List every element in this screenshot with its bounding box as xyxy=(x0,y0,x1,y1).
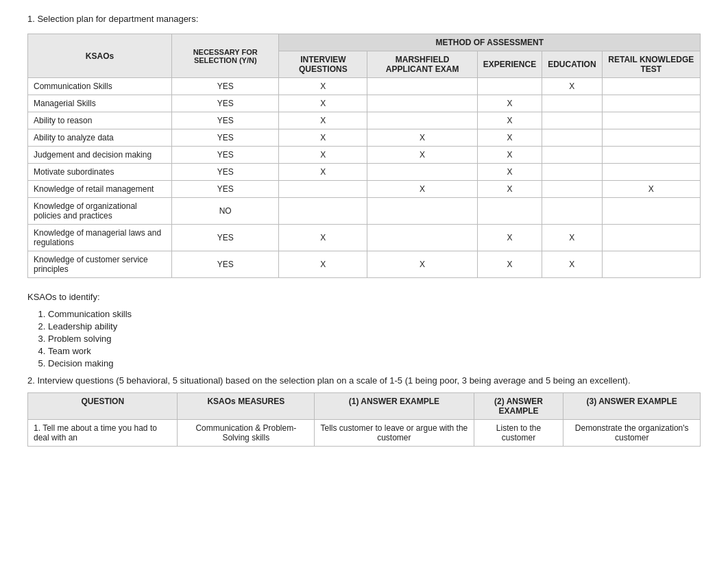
table-cell: Communication & Problem-Solving skills xyxy=(178,420,315,447)
table-cell: X xyxy=(542,251,602,278)
table-cell: X xyxy=(279,95,367,112)
interview-col-question: QUESTION xyxy=(28,393,178,420)
table-cell xyxy=(542,112,602,129)
table-cell: YES xyxy=(172,251,279,278)
list-item: Leadership ability xyxy=(48,321,701,331)
interview-col-answer2: (2) ANSWER EXAMPLE xyxy=(474,393,563,420)
table-cell xyxy=(279,198,367,225)
table-cell xyxy=(542,95,602,112)
table-cell xyxy=(602,198,700,225)
table-row: Ability to reasonYESXX xyxy=(28,112,701,129)
table-row: Knowledge of retail managementYESXXX xyxy=(28,181,701,198)
table-cell xyxy=(602,225,700,251)
table-cell xyxy=(477,78,542,95)
table-cell: X xyxy=(542,225,602,251)
table-row: 1. Tell me about a time you had to deal … xyxy=(28,420,701,447)
table-row: Managerial SkillsYESXX xyxy=(28,95,701,112)
table-cell: X xyxy=(367,181,477,198)
table-cell xyxy=(542,129,602,147)
col-necessary-header: NECESSARY FOR SELECTION (Y/N) xyxy=(172,34,279,78)
table-cell: Knowledge of customer service principles xyxy=(28,251,172,278)
table-cell: X xyxy=(477,164,542,181)
table-cell: X xyxy=(477,147,542,164)
table-cell: Communication Skills xyxy=(28,78,172,95)
table-cell: YES xyxy=(172,129,279,147)
table-cell xyxy=(542,198,602,225)
table-row: Knowledge of organizational policies and… xyxy=(28,198,701,225)
table-cell xyxy=(602,78,700,95)
col-experience-header: EXPERIENCE xyxy=(477,51,542,78)
table-cell: YES xyxy=(172,95,279,112)
table-cell xyxy=(477,198,542,225)
col-education-header: EDUCATION xyxy=(542,51,602,78)
table-cell: Motivate subordinates xyxy=(28,164,172,181)
table-cell xyxy=(602,129,700,147)
table-row: Judgement and decision makingYESXXX xyxy=(28,147,701,164)
table-cell: X xyxy=(279,129,367,147)
table-cell: X xyxy=(279,225,367,251)
table-cell: Ability to analyze data xyxy=(28,129,172,147)
table-cell xyxy=(367,198,477,225)
table-cell: Knowledge of retail management xyxy=(28,181,172,198)
ksaos-list-title: KSAOs to identify: xyxy=(27,292,701,302)
section1-title: 1. Selection plan for department manager… xyxy=(27,14,701,24)
col-marshfield-header: MARSHFIELD APPLICANT EXAM xyxy=(367,51,477,78)
table-cell: Listen to the customer xyxy=(474,420,563,447)
table-cell: X xyxy=(477,95,542,112)
table-cell: Managerial Skills xyxy=(28,95,172,112)
list-item: Communication skills xyxy=(48,309,701,319)
ksaos-table: KSAOs NECESSARY FOR SELECTION (Y/N) METH… xyxy=(27,34,701,278)
col-interview-header: INTERVIEW QUESTIONS xyxy=(279,51,367,78)
list-item: Decision making xyxy=(48,358,701,368)
interview-col-answer1: (1) ANSWER EXAMPLE xyxy=(315,393,474,420)
method-assessment-header: METHOD OF ASSESSMENT xyxy=(279,34,701,51)
table-cell: YES xyxy=(172,164,279,181)
interview-col-answer3: (3) ANSWER EXAMPLE xyxy=(563,393,701,420)
table-cell: YES xyxy=(172,78,279,95)
table-cell: X xyxy=(477,129,542,147)
table-cell xyxy=(602,112,700,129)
table-cell: Knowledge of organizational policies and… xyxy=(28,198,172,225)
table-row: Knowledge of customer service principles… xyxy=(28,251,701,278)
table-cell: Judgement and decision making xyxy=(28,147,172,164)
col-retail-header: RETAIL KNOWLEDGE TEST xyxy=(602,51,700,78)
table-cell xyxy=(602,95,700,112)
ksaos-ordered-list: Communication skillsLeadership abilityPr… xyxy=(48,309,701,368)
col-ksaos-header: KSAOs xyxy=(28,34,172,78)
table-cell: X xyxy=(367,129,477,147)
table-cell: X xyxy=(279,78,367,95)
table-cell xyxy=(602,147,700,164)
table-cell xyxy=(367,95,477,112)
table-cell: X xyxy=(477,225,542,251)
table-cell: X xyxy=(279,112,367,129)
table-cell: X xyxy=(542,78,602,95)
table-row: Communication SkillsYESXX xyxy=(28,78,701,95)
table-cell xyxy=(367,112,477,129)
table-cell: YES xyxy=(172,181,279,198)
table-cell xyxy=(279,181,367,198)
table-cell xyxy=(367,78,477,95)
table-cell xyxy=(367,225,477,251)
table-row: Knowledge of managerial laws and regulat… xyxy=(28,225,701,251)
table-row: Ability to analyze dataYESXXX xyxy=(28,129,701,147)
table-cell: X xyxy=(367,147,477,164)
interview-col-ksaos: KSAOs MEASURES xyxy=(178,393,315,420)
table-cell: Knowledge of managerial laws and regulat… xyxy=(28,225,172,251)
table-cell: X xyxy=(279,164,367,181)
list-item: Team work xyxy=(48,346,701,356)
table-cell: YES xyxy=(172,147,279,164)
table-cell xyxy=(602,164,700,181)
interview-table: QUESTION KSAOs MEASURES (1) ANSWER EXAMP… xyxy=(27,392,701,447)
table-cell xyxy=(542,164,602,181)
table-cell: X xyxy=(477,181,542,198)
table-cell xyxy=(367,164,477,181)
table-cell: Ability to reason xyxy=(28,112,172,129)
table-cell: Tells customer to leave or argue with th… xyxy=(315,420,474,447)
table-cell: X xyxy=(477,112,542,129)
table-cell: X xyxy=(367,251,477,278)
table-cell: YES xyxy=(172,225,279,251)
table-cell: 1. Tell me about a time you had to deal … xyxy=(28,420,178,447)
table-cell xyxy=(602,251,700,278)
table-cell: X xyxy=(279,251,367,278)
section2-title: 2. Interview questions (5 behavioral, 5 … xyxy=(27,375,701,386)
